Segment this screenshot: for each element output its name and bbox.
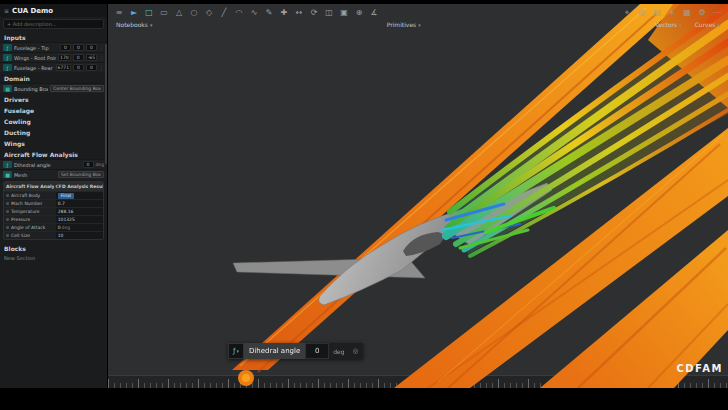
table-row-mach-number[interactable]: Mach Number 0.7 — [4, 199, 103, 207]
line-icon[interactable]: ╱ — [219, 9, 229, 17]
input-row-wings-root[interactable]: ƒ Wings - Root Point 170 0 -65 ⋮ — [0, 52, 107, 62]
angle-measure-icon[interactable]: ∡ — [369, 9, 379, 17]
more-icon[interactable]: ⋯ — [712, 9, 722, 17]
box-select-icon[interactable]: □ — [144, 9, 154, 17]
curve-icon[interactable]: ∿ — [249, 9, 259, 17]
center-bounding-box-badge[interactable]: Center Bounding Box — [50, 85, 104, 92]
menu-curves[interactable]: Curves ▾ — [695, 21, 720, 28]
toolbar-right-icons: ⌖◎▤✳▦⚙⋯ — [622, 9, 722, 17]
input-row-fuselage-rear[interactable]: ƒ Fuselage - Rear 6771 0 0 ⋮ — [0, 62, 107, 72]
value-x[interactable]: 170 — [58, 54, 71, 61]
dihedral-angle-widget: ƒ ▾ Dihedral angle 0 deg ◎ — [228, 342, 363, 360]
section-wings[interactable]: Wings — [0, 137, 107, 148]
section-drivers[interactable]: Drivers — [0, 93, 107, 104]
toolbar-icon-row: ≡►□▭△○◇╱◠∿✎✚↔⟳◫▣⊕∡ ⌖◎▤✳▦⚙⋯ — [108, 4, 728, 19]
function-chip[interactable]: ƒ ▾ — [228, 343, 244, 359]
snap-icon[interactable]: ✳ — [667, 9, 677, 17]
section-inputs[interactable]: Inputs — [0, 31, 107, 42]
row-label: Wings - Root Point — [14, 55, 56, 61]
value-z[interactable]: 0 — [86, 64, 97, 71]
row-marker-icon — [6, 234, 9, 237]
mirror-icon[interactable]: ◫ — [324, 9, 334, 17]
dihedral-value[interactable]: 0 — [83, 161, 94, 168]
settings-icon[interactable]: ⚙ — [697, 9, 707, 17]
chevron-down-icon: ▾ — [236, 348, 239, 354]
select-cursor-icon[interactable]: ► — [129, 9, 139, 17]
add-description-field[interactable]: + Add description... — [3, 19, 104, 29]
grid-view-icon[interactable]: ▦ — [682, 9, 692, 17]
input-row-fuselage-tip[interactable]: ƒ Fuselage - Tip 0 0 0 ⋮ — [0, 42, 107, 52]
col-header-result: CFD Analysis Result... — [54, 182, 104, 191]
sketch-icon[interactable]: ✎ — [264, 9, 274, 17]
section-cowling[interactable]: Cowling — [0, 115, 107, 126]
section-ducting[interactable]: Ducting — [0, 126, 107, 137]
cell-value[interactable]: 101325 — [56, 216, 103, 223]
section-aircraft-flow-analysis[interactable]: Aircraft Flow Analysis — [0, 148, 107, 159]
value-x[interactable]: 6771 — [56, 64, 71, 71]
menu-primitives[interactable]: Primitives ▾ — [387, 21, 421, 28]
section-fuselage[interactable]: Fuselage — [0, 104, 107, 115]
mesh-row[interactable]: ▩ Mesh Set Bounding Box — [0, 169, 107, 179]
value-z[interactable]: -65 — [86, 54, 97, 61]
hamburger-menu-icon[interactable]: ≡ — [4, 7, 9, 14]
row-label: Fuselage - Rear — [14, 65, 54, 71]
plane-icon[interactable]: ▭ — [159, 9, 169, 17]
diamond-icon[interactable]: ◇ — [204, 9, 214, 17]
table-row-angle-of-attack[interactable]: Angle of Attack 0deg — [4, 223, 103, 231]
cell-value[interactable]: 0 — [58, 225, 61, 230]
rotate-icon[interactable]: ⟳ — [309, 9, 319, 17]
table-row-aircraft-body[interactable]: Aircraft Body Final — [4, 191, 103, 199]
dihedral-angle-row[interactable]: ƒ Dihedral angle 0 deg — [0, 159, 107, 169]
viewport-3d[interactable]: ≡►□▭△○◇╱◠∿✎✚↔⟳◫▣⊕∡ ⌖◎▤✳▦⚙⋯ Notebooks ▾ P… — [108, 4, 728, 388]
app-menu-icon[interactable]: ≡ — [114, 9, 124, 17]
menu-label: Curves — [695, 21, 716, 28]
cell-value[interactable]: 0.7 — [56, 200, 103, 207]
final-badge[interactable]: Final — [58, 193, 74, 199]
table-row-cell-size[interactable]: Cell Size 10 — [4, 231, 103, 239]
row-label: Dihedral angle — [14, 162, 81, 168]
table-row-temperature[interactable]: Temperature 288.16 — [4, 207, 103, 215]
triangle-icon[interactable]: △ — [174, 9, 184, 17]
table-row-pressure[interactable]: Pressure 101325 — [4, 215, 103, 223]
row-marker-icon — [6, 218, 9, 221]
toolbar-left-icons: ≡►□▭△○◇╱◠∿✎✚↔⟳◫▣⊕∡ — [114, 9, 379, 17]
value-y[interactable]: 0 — [73, 64, 84, 71]
menu-notebooks[interactable]: Notebooks ▾ — [116, 21, 152, 28]
cell-label: Temperature — [11, 209, 40, 214]
array-icon[interactable]: ▣ — [339, 9, 349, 17]
cell-label: Mach Number — [11, 201, 42, 206]
sidebar-scrollbar[interactable] — [105, 44, 107, 164]
origin-icon[interactable]: ⌖ — [622, 9, 632, 17]
arc-icon[interactable]: ◠ — [234, 9, 244, 17]
add-icon[interactable]: ✚ — [279, 9, 289, 17]
bounding-box-row[interactable]: ▦ Bounding Box Center Bounding Box — [0, 83, 107, 93]
value-y[interactable]: 0 — [73, 44, 84, 51]
cell-value[interactable]: 288.16 — [56, 208, 103, 215]
cell-value[interactable]: 10 — [56, 232, 103, 239]
row-options-icon[interactable]: ⋮ — [99, 45, 104, 51]
row-label: Mesh — [14, 172, 56, 178]
value-y[interactable]: 0 — [73, 54, 84, 61]
value-x[interactable]: 0 — [60, 44, 71, 51]
row-options-icon[interactable]: ⋮ — [99, 65, 104, 71]
dihedral-angle-input[interactable]: 0 — [305, 343, 329, 359]
new-section-button[interactable]: New Section — [0, 253, 107, 263]
row-options-icon[interactable]: ⋮ — [99, 55, 104, 61]
row-marker-icon — [6, 202, 9, 205]
layers-icon[interactable]: ▤ — [652, 9, 662, 17]
chevron-down-icon: ▾ — [679, 22, 682, 28]
section-blocks[interactable]: Blocks — [0, 242, 107, 253]
chevron-down-icon: ▾ — [418, 22, 421, 28]
set-bounding-box-badge[interactable]: Set Bounding Box — [58, 171, 104, 178]
cfd-scene[interactable] — [108, 4, 728, 388]
move-icon[interactable]: ↔ — [294, 9, 304, 17]
circle-icon[interactable]: ○ — [189, 9, 199, 17]
function-chip-icon: ƒ — [3, 64, 12, 71]
menu-vectors[interactable]: Vectors ▾ — [655, 21, 682, 28]
value-z[interactable]: 0 — [86, 44, 97, 51]
target-icon[interactable]: ◎ — [349, 343, 363, 359]
function-chip-icon: ƒ — [3, 161, 12, 168]
render-icon[interactable]: ◎ — [637, 9, 647, 17]
section-domain[interactable]: Domain — [0, 72, 107, 83]
boolean-icon[interactable]: ⊕ — [354, 9, 364, 17]
